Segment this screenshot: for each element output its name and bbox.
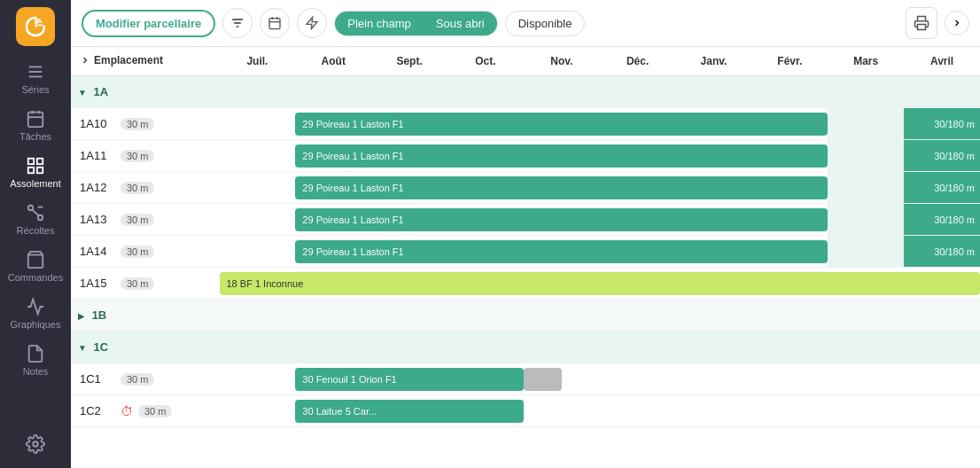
crop-bar-1A14[interactable]: 29 Poireau 1 Laston F1	[295, 240, 828, 263]
sidebar-item-settings[interactable]	[0, 427, 71, 461]
row-size-1A13: 30 m	[121, 214, 154, 226]
sidebar-item-series[interactable]: Séries	[0, 55, 71, 102]
sous-abri-button[interactable]: Sous abri	[424, 12, 497, 35]
row-size-1A14: 30 m	[121, 246, 154, 258]
view-toggle-group: Plein champ Sous abri	[334, 11, 497, 36]
cell-1A14-crop: 29 Poireau 1 Laston F1	[295, 236, 828, 268]
cell-1C2-janv	[676, 395, 752, 427]
row-label-1A14: 1A14	[80, 245, 115, 258]
col-header-fevr: Févr.	[751, 47, 828, 76]
collapse-1A-icon[interactable]: ▼	[78, 88, 87, 98]
row-size-1A15: 30 m	[121, 277, 154, 290]
plein-champ-button[interactable]: Plein champ	[335, 12, 424, 35]
table-row-1A15[interactable]: 1A15 30 m 18 BF 1 Inconnue	[71, 268, 980, 300]
app-logo[interactable]	[16, 7, 55, 46]
cell-1C1-crop: 30 Fenouil 1 Orion F1	[295, 363, 524, 395]
cell-1A10-mars	[828, 108, 904, 140]
sidebar-label-recoltes: Récoltes	[17, 225, 55, 236]
table-row-1C2[interactable]: 1C2 ⏱ 30 m 30 Laitue 5 Car...	[71, 395, 980, 427]
row-label-1A11: 1A11	[80, 149, 115, 162]
crop-bar-1A13[interactable]: 29 Poireau 1 Laston F1	[295, 208, 828, 231]
group-label-1C: 1C	[94, 340, 109, 354]
col-header-oct: Oct.	[447, 47, 524, 76]
expand-all-icon[interactable]	[80, 55, 90, 66]
sidebar-label-notes: Notes	[23, 366, 49, 377]
cell-1A15-crop: 18 BF 1 Inconnue	[220, 268, 981, 300]
table-row-1A14[interactable]: 1A14 30 m 29 Poireau 1 Laston F1 30/180 …	[71, 236, 980, 268]
cell-1A12-mars	[828, 172, 904, 204]
group-header-1A[interactable]: ▼ 1A	[71, 76, 980, 108]
flash-button[interactable]	[297, 8, 327, 38]
svg-rect-3	[28, 113, 43, 128]
crop-bar-1C2[interactable]: 30 Laitue 5 Car...	[295, 400, 524, 423]
cell-1C1-janv	[676, 363, 752, 395]
cell-1C1-juil	[220, 363, 296, 395]
table-row-1A10[interactable]: 1A10 30 m 29 Poireau 1 Laston F1 30/180 …	[71, 108, 980, 140]
main-content: Modifier parcellaire Plein champ Sous ab…	[71, 0, 980, 468]
crop-bar-1A11[interactable]: 29 Poireau 1 Laston F1	[295, 144, 828, 168]
flash-icon	[305, 16, 319, 30]
table-row-1A13[interactable]: 1A13 30 m 29 Poireau 1 Laston F1 30/180 …	[71, 204, 980, 236]
table-row-1A11[interactable]: 1A11 30 m 29 Poireau 1 Laston F1 30/180 …	[71, 140, 980, 172]
svg-point-15	[33, 441, 38, 447]
toolbar: Modifier parcellaire Plein champ Sous ab…	[71, 0, 980, 47]
col-header-dec: Déc.	[600, 47, 676, 76]
sidebar-label-taches: Tâches	[19, 131, 51, 142]
sidebar-item-recoltes[interactable]: Récoltes	[0, 196, 71, 243]
cell-1C2-crop: 30 Laitue 5 Car...	[295, 395, 524, 427]
calendar-button[interactable]	[260, 8, 290, 38]
sidebar-item-notes[interactable]: Notes	[0, 337, 71, 384]
table-row-1C1[interactable]: 1C1 30 m 30 Fenouil 1 Orion F1	[71, 363, 980, 395]
col-header-mars: Mars	[828, 47, 904, 76]
collapse-1B-icon[interactable]: ▶	[78, 311, 85, 321]
sidebar-item-assolement[interactable]: Assolement	[0, 149, 71, 196]
crop-bar-1A15[interactable]: 18 BF 1 Inconnue	[220, 272, 981, 295]
col-header-avril: Avril	[904, 47, 980, 76]
print-button[interactable]	[906, 7, 937, 39]
disponible-button[interactable]: Disponible	[505, 11, 586, 36]
col-header-janv: Janv.	[676, 47, 752, 76]
svg-rect-9	[28, 168, 34, 173]
cell-1C1-nov	[524, 363, 600, 395]
row-label-1C1: 1C1	[80, 372, 115, 386]
svg-rect-8	[37, 159, 43, 164]
row-size-1A10: 30 m	[121, 118, 154, 130]
table-row-1A12[interactable]: 1A12 30 m 29 Poireau 1 Laston F1 30/180 …	[71, 172, 980, 204]
clock-icon-1C2: ⏱	[121, 404, 133, 418]
crop-bar-1A10[interactable]: 29 Poireau 1 Laston F1	[295, 113, 828, 136]
cell-1A11-crop: 29 Poireau 1 Laston F1	[295, 140, 828, 172]
cell-1C1-fevr	[751, 363, 828, 395]
row-label-1C2: 1C2	[80, 404, 115, 417]
sidebar-item-taches[interactable]: Tâches	[0, 102, 71, 149]
cell-1A14-mars	[828, 236, 904, 268]
sidebar-label-series: Séries	[21, 84, 49, 95]
sidebar-item-graphiques[interactable]: Graphiques	[0, 290, 71, 337]
calendar-icon	[268, 16, 282, 30]
filter-button[interactable]	[222, 8, 253, 38]
cell-1C2-nov	[524, 395, 600, 427]
modify-button[interactable]: Modifier parcellaire	[82, 10, 215, 37]
col-header-nov: Nov.	[524, 47, 600, 76]
collapse-1C-icon[interactable]: ▼	[78, 343, 87, 353]
svg-line-13	[33, 210, 38, 215]
sidebar: Séries Tâches Assolement Récoltes Comman…	[0, 0, 71, 468]
filter-icon	[230, 16, 245, 30]
group-header-1B[interactable]: ▶ 1B	[71, 300, 980, 332]
cell-1A13-juil	[220, 204, 296, 236]
sidebar-item-commandes[interactable]: Commandes	[0, 243, 71, 290]
cell-1C2-dec	[600, 395, 676, 427]
crop-bar-1A12[interactable]: 29 Poireau 1 Laston F1	[295, 176, 828, 199]
cell-1C1-mars	[828, 363, 904, 395]
collapse-button[interactable]	[945, 11, 969, 35]
cell-1A11-count: 30/180 m	[904, 140, 980, 172]
crop-table-container[interactable]: Emplacement Juil. Août Sept. Oct. Nov. D…	[71, 47, 980, 468]
cell-1C1-dec	[600, 363, 676, 395]
cell-1C1-avril	[904, 363, 980, 395]
sidebar-label-graphiques: Graphiques	[11, 319, 61, 330]
svg-marker-23	[307, 17, 317, 28]
svg-point-12	[38, 215, 43, 221]
group-header-1C[interactable]: ▼ 1C	[71, 332, 980, 363]
cell-1A10-crop: 29 Poireau 1 Laston F1	[295, 108, 828, 140]
crop-bar-1C1[interactable]: 30 Fenouil 1 Orion F1	[295, 368, 524, 391]
col-header-aout: Août	[295, 47, 371, 76]
